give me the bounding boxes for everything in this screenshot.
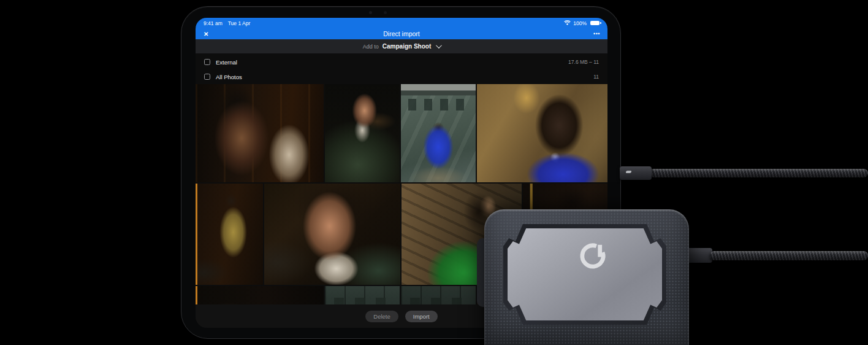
more-options-icon[interactable]: •••	[593, 31, 600, 37]
date: Tue 1 Apr	[228, 20, 251, 26]
app-header: ✕ Direct import •••	[196, 28, 607, 39]
album-selector[interactable]: Campaign Shoot	[383, 43, 431, 50]
delete-button[interactable]: Delete	[365, 311, 398, 322]
external-ssd-drive	[484, 209, 689, 345]
chevron-down-icon	[436, 42, 442, 48]
photo-thumbnail[interactable]	[196, 184, 263, 285]
source-row-all-photos[interactable]: All Photos 11	[196, 69, 607, 84]
photo-thumbnail[interactable]	[196, 84, 324, 182]
photo-grid-row-1	[196, 84, 607, 182]
source-label: All Photos	[216, 74, 242, 80]
battery-percent: 100%	[573, 20, 587, 26]
all-photos-checkbox[interactable]	[204, 74, 210, 80]
cable-to-drive	[710, 251, 868, 260]
photo-thumbnail[interactable]	[477, 84, 607, 182]
page-title: Direct import	[196, 30, 607, 37]
g-drive-logo-icon	[576, 240, 609, 272]
battery-icon	[590, 21, 600, 26]
scene: 9:41 am Tue 1 Apr 100% ✕ Direct import	[0, 0, 868, 345]
add-to-bar[interactable]: Add to Campaign Shoot	[196, 39, 607, 53]
source-label: External	[216, 59, 237, 66]
source-meta: 11	[593, 74, 599, 80]
close-icon[interactable]: ✕	[204, 31, 208, 37]
photo-thumbnail[interactable]	[325, 84, 400, 182]
cable-to-ipad	[649, 169, 868, 177]
connector-logo-mark	[625, 171, 631, 173]
source-meta: 17.6 MB – 11	[568, 59, 599, 65]
add-to-label: Add to	[363, 44, 379, 50]
source-row-external[interactable]: External 17.6 MB – 11	[196, 55, 607, 69]
photo-thumbnail[interactable]	[264, 184, 400, 285]
wifi-icon	[564, 20, 571, 26]
status-bar: 9:41 am Tue 1 Apr 100%	[196, 18, 607, 28]
clock: 9:41 am	[204, 20, 223, 26]
usb-c-connector-ipad	[620, 166, 652, 180]
front-camera	[369, 11, 372, 14]
import-button[interactable]: Import	[405, 311, 438, 322]
external-checkbox[interactable]	[204, 59, 210, 65]
photo-thumbnail[interactable]	[401, 84, 476, 182]
